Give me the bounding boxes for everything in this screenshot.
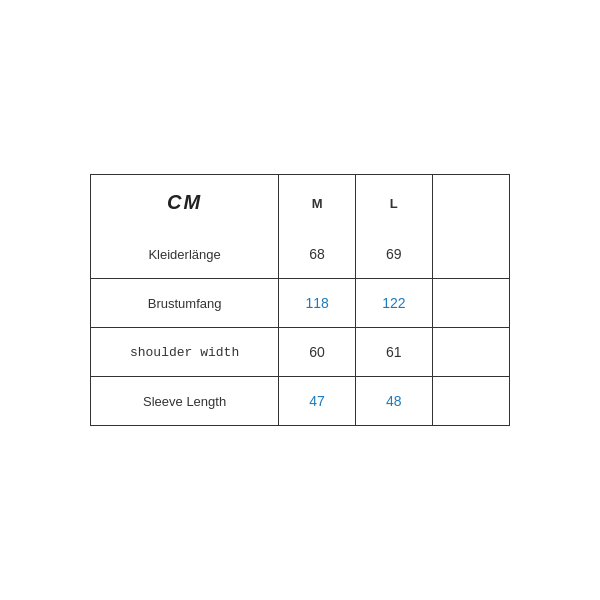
table-row: Brustumfang 118 122 [91, 279, 509, 328]
row-m-sleeve: 47 [279, 377, 356, 426]
row-extra-brustumfang [432, 279, 509, 328]
row-l-kleiderlange: 69 [355, 230, 432, 279]
row-label-brustumfang: Brustumfang [91, 279, 279, 328]
header-m-label: M [312, 196, 323, 211]
size-chart-container: CM M L Kleiderlänge 68 69 Brustumfang 1 [90, 174, 510, 426]
row-m-kleiderlange: 68 [279, 230, 356, 279]
row-l-shoulder: 61 [355, 328, 432, 377]
header-l-label: L [390, 196, 398, 211]
header-cm-cell: CM [91, 175, 279, 230]
header-extra-cell [432, 175, 509, 230]
table-row: shoulder width 60 61 [91, 328, 509, 377]
row-extra-sleeve [432, 377, 509, 426]
row-label-kleiderlange: Kleiderlänge [91, 230, 279, 279]
row-label-shoulder: shoulder width [91, 328, 279, 377]
table-header-row: CM M L [91, 175, 509, 230]
row-l-sleeve: 48 [355, 377, 432, 426]
row-m-shoulder: 60 [279, 328, 356, 377]
row-l-brustumfang: 122 [355, 279, 432, 328]
table-row: Kleiderlänge 68 69 [91, 230, 509, 279]
table-row: Sleeve Length 47 48 [91, 377, 509, 426]
size-chart-table: CM M L Kleiderlänge 68 69 Brustumfang 1 [91, 175, 509, 425]
header-l-cell: L [355, 175, 432, 230]
header-cm-label: CM [167, 191, 202, 213]
row-extra-shoulder [432, 328, 509, 377]
row-label-sleeve: Sleeve Length [91, 377, 279, 426]
row-m-brustumfang: 118 [279, 279, 356, 328]
row-extra-kleiderlange [432, 230, 509, 279]
header-m-cell: M [279, 175, 356, 230]
